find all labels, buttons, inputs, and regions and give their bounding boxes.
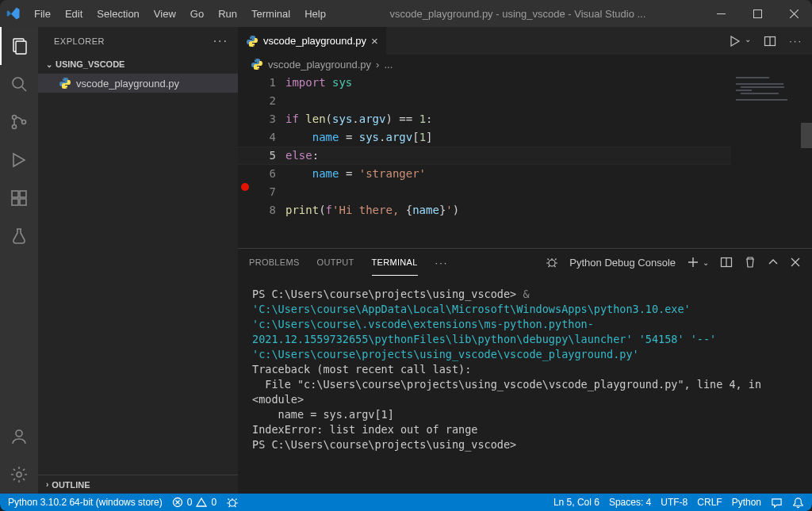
close-button[interactable]	[776, 0, 812, 27]
svg-point-6	[13, 116, 17, 120]
menu-file[interactable]: File	[27, 0, 58, 27]
line-number: 5	[254, 147, 276, 165]
line-number: 6	[254, 165, 276, 183]
terminal-launcher-label[interactable]: Python Debug Console	[569, 257, 676, 269]
editor-tabbar: vscode_playground.py × ⌄ ···	[238, 27, 812, 55]
activity-search[interactable]	[0, 65, 38, 103]
line-number: 4	[254, 128, 276, 147]
tab-label: vscode_playground.py	[263, 35, 366, 47]
status-eol[interactable]: CRLF	[697, 494, 722, 511]
run-dropdown-icon[interactable]: ⌄	[745, 35, 751, 48]
window-controls	[703, 0, 812, 27]
panel-tabs-more-icon[interactable]: ···	[435, 257, 449, 269]
status-spaces[interactable]: Spaces: 4	[609, 494, 651, 511]
explorer-more-icon[interactable]: ···	[213, 34, 228, 48]
svg-rect-0	[717, 13, 726, 14]
activity-run[interactable]	[0, 141, 38, 179]
file-list: vscode_playground.py	[38, 74, 238, 475]
line-number: 2	[254, 92, 276, 110]
explorer-sidebar: EXPLORER ··· ⌄ USING_VSCODE vscode_playg…	[38, 27, 238, 494]
line-number: 7	[254, 183, 276, 201]
more-actions-icon[interactable]: ···	[789, 35, 802, 48]
split-terminal-button[interactable]	[720, 256, 733, 269]
maximize-panel-button[interactable]	[768, 257, 779, 268]
line-number: 1	[254, 74, 276, 92]
explorer-section[interactable]: ⌄ USING_VSCODE	[38, 55, 238, 74]
explorer-section-label: USING_VSCODE	[56, 59, 124, 69]
breadcrumb-separator: ›	[376, 59, 379, 71]
outline-label: OUTLINE	[52, 480, 90, 490]
close-icon[interactable]: ×	[371, 34, 378, 48]
terminal-output[interactable]: PS C:\Users\course\projects\using_vscode…	[238, 276, 812, 494]
svg-rect-1	[753, 10, 761, 17]
activity-testing[interactable]	[0, 217, 38, 255]
editor-scrollbar[interactable]	[801, 74, 812, 248]
minimap[interactable]	[731, 74, 801, 248]
menu-selection[interactable]: Selection	[90, 0, 146, 27]
line-number: 8	[254, 201, 276, 219]
file-name: vscode_playground.py	[76, 78, 179, 90]
python-file-icon	[251, 58, 263, 71]
status-feedback-icon[interactable]	[771, 494, 783, 511]
panel-tabs: PROBLEMS OUTPUT TERMINAL ··· Python Debu…	[238, 249, 812, 276]
menu-terminal[interactable]: Terminal	[244, 0, 297, 27]
svg-point-21	[229, 500, 236, 506]
editor-tab[interactable]: vscode_playground.py ×	[238, 27, 387, 55]
tab-actions: ⌄ ···	[719, 35, 812, 48]
status-debug-start[interactable]	[226, 494, 239, 511]
terminal-dropdown-icon[interactable]: ⌄	[703, 258, 709, 267]
breakpoint-gutter[interactable]	[238, 74, 254, 248]
status-problems[interactable]: 0 0	[172, 494, 216, 511]
menu-go[interactable]: Go	[183, 0, 211, 27]
explorer-title: EXPLORER	[54, 36, 105, 46]
status-language[interactable]: Python	[732, 494, 761, 511]
explorer-header: EXPLORER ···	[38, 27, 238, 55]
status-bell-icon[interactable]	[792, 494, 804, 511]
outline-section[interactable]: › OUTLINE	[38, 475, 238, 494]
scrollbar-thumb[interactable]	[801, 123, 812, 148]
maximize-button[interactable]	[739, 0, 776, 27]
activity-explorer[interactable]	[0, 27, 38, 65]
editor-area: vscode_playground.py × ⌄ ··· vscode_play…	[238, 27, 812, 494]
activity-scm[interactable]	[0, 103, 38, 141]
kill-terminal-button[interactable]	[744, 256, 756, 269]
status-interpreter[interactable]: Python 3.10.2 64-bit (windows store)	[8, 494, 163, 511]
panel-tab-terminal[interactable]: TERMINAL	[372, 249, 418, 276]
file-item[interactable]: vscode_playground.py	[38, 74, 238, 93]
svg-rect-9	[12, 191, 18, 197]
svg-rect-3	[16, 41, 26, 54]
close-panel-button[interactable]	[790, 257, 801, 268]
new-terminal-button[interactable]	[687, 256, 699, 269]
activity-settings[interactable]	[0, 456, 38, 494]
breadcrumbs[interactable]: vscode_playground.py › ...	[238, 55, 812, 74]
panel-tab-output[interactable]: OUTPUT	[317, 249, 354, 276]
line-number: 3	[254, 110, 276, 128]
svg-point-14	[17, 472, 21, 477]
run-file-button[interactable]	[729, 35, 741, 48]
svg-point-13	[16, 430, 22, 437]
menu-view[interactable]: View	[147, 0, 183, 27]
bottom-panel: PROBLEMS OUTPUT TERMINAL ··· Python Debu…	[238, 248, 812, 494]
editor-pane[interactable]: 1 2 3 4 5 6 7 8 import sys if len(sys.ar…	[238, 74, 812, 248]
window-title: vscode_playground.py - using_vscode - Vi…	[333, 8, 703, 20]
panel-tab-problems[interactable]: PROBLEMS	[249, 249, 300, 276]
menu-run[interactable]: Run	[211, 0, 244, 27]
split-editor-button[interactable]	[764, 35, 776, 48]
menu-edit[interactable]: Edit	[58, 0, 90, 27]
status-lncol[interactable]: Ln 5, Col 6	[553, 494, 599, 511]
python-file-icon	[246, 35, 259, 48]
status-warnings-count: 0	[211, 497, 216, 508]
svg-rect-12	[20, 199, 26, 205]
svg-point-17	[549, 260, 555, 266]
chevron-down-icon: ⌄	[46, 60, 52, 69]
python-file-icon	[59, 77, 71, 90]
menu-help[interactable]: Help	[297, 0, 333, 27]
breadcrumb-more: ...	[384, 59, 393, 71]
activity-extensions[interactable]	[0, 179, 38, 217]
code-content[interactable]: import sys if len(sys.argv) == 1: name =…	[285, 74, 459, 248]
status-encoding[interactable]: UTF-8	[661, 494, 688, 511]
minimize-button[interactable]	[703, 0, 739, 27]
app-logo	[0, 6, 27, 21]
breakpoint-dot-icon[interactable]	[241, 183, 249, 191]
activity-accounts[interactable]	[0, 418, 38, 456]
